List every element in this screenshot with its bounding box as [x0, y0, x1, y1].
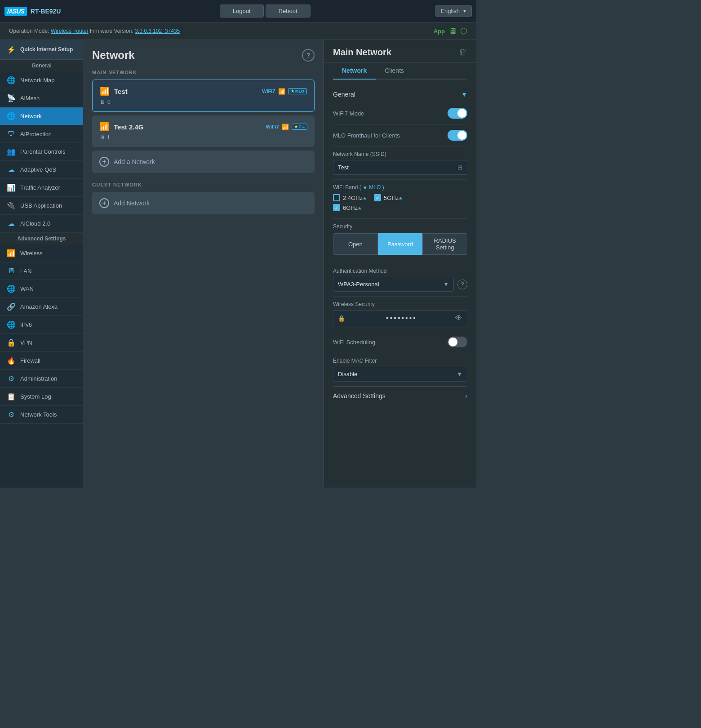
traffic-analyzer-label: Traffic Analyzer [20, 184, 60, 191]
add-icon-guest: + [99, 198, 109, 208]
wifi-signal-icon: 📶 [278, 88, 285, 95]
general-section-label: General [0, 60, 83, 71]
ipv6-label: IPv6 [20, 321, 32, 328]
help-icon[interactable]: ? [302, 49, 315, 62]
network-name-test24g: Test 2.4G [114, 123, 143, 131]
sidebar-item-firewall[interactable]: 🔥 Firewall [0, 352, 83, 370]
open-security-button[interactable]: Open [333, 233, 378, 255]
band-badge-24g: ★ 2.4 [292, 124, 307, 130]
client-count-test24g: 🖥 1 [99, 134, 307, 141]
eye-icon[interactable]: 👁 [455, 314, 462, 322]
band-checkboxes: 2.4GHz★ 5GHz★ [333, 194, 467, 201]
op-mode-link[interactable]: Wireless_router [51, 28, 89, 34]
band-24g-checkbox[interactable] [333, 194, 340, 201]
ipv6-icon: 🌐 [7, 320, 16, 329]
band-6g-checkbox[interactable] [333, 204, 340, 211]
sidebar-item-ipv6[interactable]: 🌐 IPv6 [0, 316, 83, 334]
sidebar-item-wan[interactable]: 🌐 WAN [0, 280, 83, 298]
mlo-fronthaul-toggle[interactable] [448, 130, 467, 141]
sidebar-item-parental-controls[interactable]: 👥 Parental Controls [0, 143, 83, 161]
tab-clients[interactable]: Clients [376, 62, 413, 80]
usb-icon[interactable]: ⬡ [460, 26, 467, 36]
client-number-test: 0 [107, 99, 111, 105]
add-main-network-button[interactable]: + Add a Network [92, 151, 315, 173]
aimesh-label: AiMesh [20, 95, 40, 102]
logout-button[interactable]: Logout [220, 4, 264, 18]
reboot-button[interactable]: Reboot [266, 4, 311, 18]
mac-filter-group: Enable MAC Filter Disable ▼ [333, 353, 467, 386]
aimesh-icon: 📡 [7, 94, 16, 102]
mac-filter-select[interactable]: Disable ▼ [333, 367, 467, 382]
password-security-button[interactable]: Password [378, 233, 423, 255]
logo-area: /ASUS RT-BE92U [4, 7, 94, 16]
general-accordion[interactable]: General ▼ [333, 86, 467, 102]
chevron-down-icon: ▼ [461, 91, 467, 98]
firmware-link[interactable]: 3.0.0.6.102_37435 [135, 28, 180, 34]
op-bar-right: App 🖥 ⬡ [434, 26, 467, 36]
client-icon: 🖥 [100, 99, 105, 105]
network-card-test24g[interactable]: 📶 Test 2.4G WiFi7 📶 ★ 2.4 🖥 [92, 115, 315, 147]
sidebar-item-vpn[interactable]: 🔒 VPN [0, 334, 83, 352]
ssid-input[interactable] [338, 164, 457, 171]
quick-setup-label: Quick Internet Setup [20, 46, 73, 53]
sidebar-item-administration[interactable]: ⚙ Administration [0, 370, 83, 388]
band-6g-item: 6GHz★ [333, 204, 362, 211]
aicloud-label: AiCloud 2.0 [20, 220, 50, 227]
band-5g-checkbox[interactable] [374, 194, 381, 201]
sidebar-item-aimesh[interactable]: 📡 AiMesh [0, 89, 83, 107]
language-selector[interactable]: English ▼ [435, 5, 472, 17]
network-card-header-test24g: 📶 Test 2.4G WiFi7 📶 ★ 2.4 [99, 122, 307, 132]
wifi-signal-icon-2: 📶 [282, 124, 289, 130]
usb-application-icon: 🔌 [7, 201, 16, 210]
auth-help-icon[interactable]: ? [457, 280, 467, 289]
advanced-section-label: Advanced Settings [0, 233, 83, 244]
sidebar-item-usb-application[interactable]: 🔌 USB Application [0, 197, 83, 215]
add-guest-network-button[interactable]: + Add Network [92, 192, 315, 214]
band-5g-label: 5GHz★ [384, 195, 403, 201]
monitor-icon[interactable]: 🖥 [448, 27, 457, 36]
password-value: •••••••• [386, 314, 417, 322]
sidebar-item-network-tools[interactable]: ⚙ Network Tools [0, 406, 83, 424]
band-24g-label: 2.4GHz★ [343, 195, 367, 201]
security-group: Security Open Password RADIUS Setting [333, 219, 467, 263]
wifi-card-icon: 📶 [100, 86, 110, 96]
sidebar-item-wireless[interactable]: 📶 Wireless [0, 244, 83, 262]
mlo-note: ( ★ MLO ) [359, 184, 384, 191]
sidebar-item-aicloud[interactable]: ☁ AiCloud 2.0 [0, 215, 83, 233]
network-card-header-test: 📶 Test WiFi7 📶 ★ MLO [100, 86, 307, 96]
sidebar-item-adaptive-qos[interactable]: ☁ Adaptive QoS [0, 161, 83, 179]
sidebar-item-lan[interactable]: 🖥 LAN [0, 262, 83, 280]
network-card-test[interactable]: 📶 Test WiFi7 📶 ★ MLO 🖥 [92, 80, 315, 112]
guest-network-section: GUEST NETWORK + Add Network [92, 182, 315, 214]
system-log-label: System Log [20, 393, 51, 400]
wireless-security-input: 🔒 •••••••• 👁 [333, 310, 467, 326]
add-icon: + [99, 157, 109, 167]
page-title: Network [92, 49, 135, 62]
wifi-scheduling-toggle[interactable] [448, 337, 467, 347]
sidebar-item-network[interactable]: 🌐 Network [0, 107, 83, 125]
app-label: App [434, 28, 445, 35]
network-badges-test24g: WiFi7 📶 ★ 2.4 [266, 124, 307, 130]
ssid-input-wrapper: ⊞ [333, 160, 467, 175]
delete-icon[interactable]: 🗑 [459, 48, 467, 57]
advanced-settings-row[interactable]: Advanced Settings › [333, 386, 467, 405]
sidebar-item-system-log[interactable]: 📋 System Log [0, 388, 83, 406]
amazon-alexa-icon: 🔗 [7, 302, 16, 311]
network-label: Network [20, 113, 42, 120]
auth-method-select[interactable]: WPA3-Personal ▼ [333, 277, 454, 292]
asus-logo: /ASUS [4, 7, 27, 16]
sidebar-item-traffic-analyzer[interactable]: 📊 Traffic Analyzer [0, 179, 83, 197]
lock-icon: 🔒 [338, 315, 345, 322]
main-network-section: MAIN NETWORK 📶 Test WiFi7 📶 ★ MLO [92, 70, 315, 173]
sidebar-item-network-map[interactable]: 🌐 Network Map [0, 71, 83, 89]
auth-method-value: WPA3-Personal [338, 281, 379, 288]
quick-internet-setup[interactable]: ⚡ Quick Internet Setup [0, 40, 83, 60]
band-24g-item: 2.4GHz★ [333, 194, 367, 201]
sidebar-item-amazon-alexa[interactable]: 🔗 Amazon Alexa [0, 298, 83, 316]
wifi7-mode-toggle[interactable] [448, 108, 467, 119]
radius-security-button[interactable]: RADIUS Setting [422, 233, 467, 255]
sidebar-item-aiprotection[interactable]: 🛡 AiProtection [0, 125, 83, 143]
top-bar: /ASUS RT-BE92U Logout Reboot English ▼ [0, 0, 476, 22]
tab-network[interactable]: Network [333, 62, 376, 80]
qr-code-icon[interactable]: ⊞ [457, 164, 462, 171]
